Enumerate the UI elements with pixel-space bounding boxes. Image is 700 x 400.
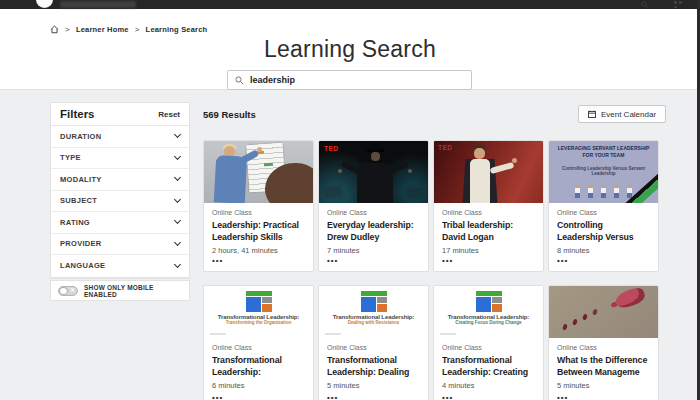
filter-section-label: DURATION [60,132,101,141]
page-title: Learning Search [0,36,700,63]
thumbnail-heading: LEVERAGING SERVANT LEADERSHIP FOR YOUR T… [554,145,652,158]
course-duration: 7 minutes [327,246,420,255]
course-title[interactable]: Everyday leadership: Drew Dudley [327,219,420,243]
filters-panel: Filters Reset DURATION TYPE MODALITY SUB… [50,102,190,278]
course-type-label: Online Class [442,344,535,351]
more-options-button[interactable]: ••• [557,393,568,400]
filter-section-label: RATING [60,218,90,227]
course-title[interactable]: Transformational Leadership: Creating [442,354,535,378]
breadcrumb: > Learner Home > Learning Search [50,25,207,34]
toggle-knob [59,287,68,295]
calendar-icon [588,110,596,118]
more-options-button[interactable]: ••• [327,256,338,265]
more-options-button[interactable]: ••• [442,393,453,400]
event-calendar-button[interactable]: Event Calendar [578,105,666,123]
breadcrumb-separator-icon: > [65,25,70,34]
chevron-down-icon [174,174,181,181]
filter-section-rating[interactable]: RATING [51,212,189,234]
breadcrumb-item-learning-search[interactable]: Learning Search [146,25,208,34]
filter-section-modality[interactable]: MODALITY [51,169,189,191]
course-duration: 6 minutes [212,381,305,390]
search-icon[interactable] [641,1,648,8]
ted-logo: TED [324,145,339,152]
home-icon[interactable] [50,25,59,34]
course-card[interactable]: Online Class What Is the Difference Betw… [548,285,659,400]
filter-section-label: PROVIDER [60,239,102,248]
breadcrumb-link-learner-home[interactable]: Learner Home [76,25,129,34]
course-title[interactable]: Transformational Leadership: Dealing [327,354,420,378]
filter-section-duration[interactable]: DURATION [51,126,189,148]
course-type-label: Online Class [557,209,650,216]
course-title[interactable]: Controlling Leadership Versus Servant [557,219,650,243]
course-type-label: Online Class [212,209,305,216]
apps-grid-icon[interactable] [674,1,683,8]
chevron-down-icon [174,239,181,246]
results-count: 569 Results [203,109,256,120]
course-thumbnail-transformational: Transformational Leadership: Dealing wit… [319,286,428,338]
chevron-down-icon [174,217,181,224]
provider-logo [361,291,387,312]
search-bar[interactable] [227,70,472,90]
course-thumbnail-classroom [204,141,313,203]
thumbnail-subheading: Creating Focus During Change [434,320,543,325]
course-title[interactable]: Leadership: Practical Leadership Skills [212,219,305,243]
reset-filters-button[interactable]: Reset [158,110,180,119]
search-icon [235,76,244,85]
brand-wordmark [60,1,136,8]
toggle-off-icon: ✕ [70,286,75,293]
course-thumbnail-transformational: Transformational Leadership: Creating Fo… [434,286,543,338]
filter-section-label: MODALITY [60,175,102,184]
course-card[interactable]: TED Online Class Everyday leadership: Dr… [318,140,429,272]
filter-section-label: TYPE [60,153,81,162]
course-type-label: Online Class [557,344,650,351]
course-title[interactable]: Transformational Leadership: [212,354,305,378]
more-options-button[interactable]: ••• [442,256,453,265]
filter-section-label: LANGUAGE [60,261,105,270]
course-title[interactable]: What Is the Difference Between Manageme [557,354,650,378]
course-duration: 8 minutes [557,246,650,255]
course-type-label: Online Class [327,344,420,351]
course-card[interactable]: Transformational Leadership: Dealing wit… [318,285,429,400]
chevron-down-icon [174,131,181,138]
more-options-button[interactable]: ••• [557,256,568,265]
more-options-button[interactable]: ••• [212,393,223,400]
event-calendar-label: Event Calendar [601,110,656,119]
brand-logo[interactable] [36,0,53,8]
filter-section-type[interactable]: TYPE [51,148,189,170]
breadcrumb-separator-icon: > [135,25,140,34]
thumbnail-subheading: Dealing with Resistance [319,320,428,325]
thumbnail-subheading: Transforming the Organization [204,320,313,325]
provider-logo [246,291,272,312]
filters-title: Filters [60,108,95,120]
mobile-enabled-toggle[interactable]: ✕ [58,286,78,296]
filter-section-subject[interactable]: SUBJECT [51,191,189,213]
filters-header: Filters Reset [51,103,189,126]
course-thumbnail-transformational: Transformational Leadership: Transformin… [204,286,313,338]
course-thumbnail-servant-leadership: LEVERAGING SERVANT LEADERSHIP FOR YOUR T… [549,141,658,203]
chevron-down-icon [174,196,181,203]
course-thumbnail-ascent [549,286,658,338]
course-duration: 5 minutes [557,381,650,390]
filter-section-provider[interactable]: PROVIDER [51,234,189,256]
search-input[interactable] [250,75,464,85]
course-card[interactable]: LEVERAGING SERVANT LEADERSHIP FOR YOUR T… [548,140,659,272]
course-duration: 5 minutes [327,381,420,390]
more-options-button[interactable]: ••• [212,256,223,265]
results-grid-row-2: Transformational Leadership: Transformin… [203,285,659,400]
course-type-label: Online Class [442,209,535,216]
course-card[interactable]: Transformational Leadership: Creating Fo… [433,285,544,400]
chevron-down-icon [174,261,181,268]
mobile-enabled-toggle-card: ✕ SHOW ONLY MOBILE ENABLED [50,280,190,301]
more-options-button[interactable]: ••• [327,393,338,400]
filter-section-language[interactable]: LANGUAGE [51,255,189,277]
thumbnail-subheading: Controlling Leadership Versus Servant Le… [554,166,652,176]
chevron-down-icon [174,153,181,160]
course-card[interactable]: Online Class Leadership: Practical Leade… [203,140,314,272]
course-card[interactable]: TED Online Class Tribal leadership: Davi… [433,140,544,272]
course-title[interactable]: Tribal leadership: David Logan [442,219,535,243]
filter-section-label: SUBJECT [60,196,97,205]
top-navigation-bar [0,0,700,9]
course-duration: 17 minutes [442,246,535,255]
course-card[interactable]: Transformational Leadership: Transformin… [203,285,314,400]
course-duration: 2 hours, 41 minutes [212,246,305,255]
